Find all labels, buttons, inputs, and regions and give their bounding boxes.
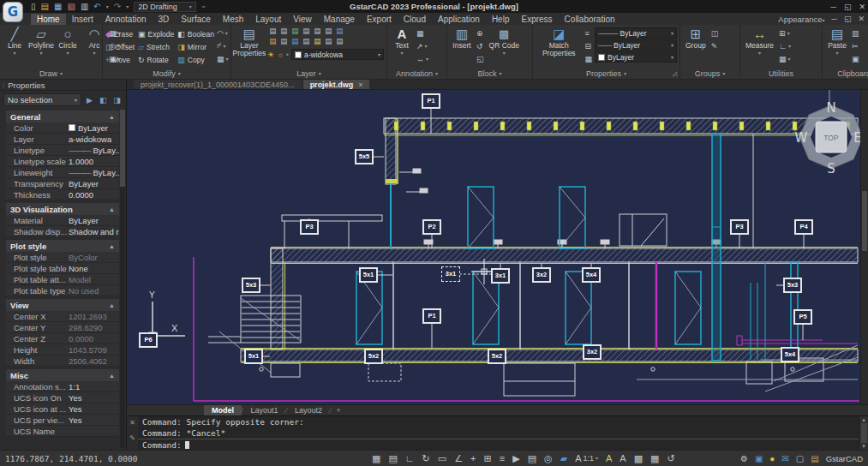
property-value[interactable]: ———ByLay... [69,146,119,155]
mirror-button[interactable]: ◨Mirror [177,40,214,53]
stretch-button[interactable]: ▱Stretch [138,40,174,53]
annotation-scale-control[interactable]: A1:1▾ [575,454,598,463]
palette-title-bar[interactable]: ⁞Properties [0,80,126,91]
folder-icon[interactable]: ▤ [811,454,818,463]
snap-icon[interactable]: ▦ [372,454,380,463]
property-value[interactable]: 2506.4062 [69,356,119,366]
settings-gear-icon[interactable]: ⚙ [740,454,748,463]
layer-tool-icon[interactable]: ▤ [290,37,301,47]
property-row-layer[interactable]: Layera-widokowa [6,134,119,145]
command-edit-icon[interactable]: ✎ [129,434,135,442]
menu-application[interactable]: Application [432,14,486,25]
color-combo[interactable]: ByLayer▾ [595,51,677,63]
dots-grid-icon[interactable]: ▩ [634,454,643,463]
undo-icon[interactable]: ↶ [93,3,100,11]
dimension-button[interactable]: ↔▾ [416,53,428,64]
move-button[interactable]: +Move [105,53,135,66]
layer-stack-icon[interactable]: ▤ [528,454,536,463]
save-icon[interactable]: ▦ [54,3,62,11]
select-objects-icon[interactable]: ◧ [98,94,109,105]
property-value[interactable]: ByLayer [69,179,119,188]
layer-lock-icon[interactable]: ▪ [286,51,289,58]
layer-freeze-sun-icon[interactable]: ☼ [277,51,284,59]
color-tools-icon[interactable]: ▦ [584,53,592,64]
scroll-down-icon[interactable]: ▼ [861,444,866,449]
palette-scrollbar[interactable] [120,110,125,448]
property-value[interactable]: Shadow and r... [69,227,119,236]
chevron-down-icon[interactable]: ▾ [93,50,95,56]
property-row-center-y[interactable]: Center Y298.6290 [6,322,119,333]
quick-select-icon[interactable]: ◨ [111,94,123,105]
chevron-down-icon[interactable]: ▾ [503,50,506,56]
command-input[interactable]: Command: [138,439,859,451]
chat-icon[interactable]: ✉ [781,454,788,463]
chevron-down-icon[interactable]: ▾ [13,50,15,56]
drawing-vertical-scrollbar[interactable] [860,90,868,404]
palette-section-misc[interactable]: Misc▲ [6,369,119,381]
table-button[interactable]: ▦ [416,27,428,39]
menu-manage[interactable]: Manage [318,14,361,25]
plan-tag-5x5[interactable]: 5x5 [355,149,374,164]
property-row-ucs-per-vie[interactable]: UCS per vie...Yes [6,415,119,426]
match-properties-button[interactable]: ◪Match Properties [536,26,582,68]
panel-label-layer[interactable]: Layer▾ [231,68,386,79]
layer-properties-button[interactable]: ▤Layer Properties [234,26,265,68]
fillet-button[interactable]: ◠▾ [217,27,229,39]
property-value[interactable]: 1201.2693 [69,312,119,321]
property-row-shadow-disp[interactable]: Shadow disp...Shadow and r... [6,226,119,237]
save-as-icon[interactable]: ▧ [67,3,75,11]
grid-icon[interactable]: ▤ [388,454,397,463]
table-grid-icon[interactable]: ▦ [650,454,659,463]
layer-tool-icon[interactable]: ▤ [334,37,345,47]
quick-zoom-icon[interactable]: ◎ [544,454,553,463]
property-row-plot-table-type[interactable]: Plot table typeNo used [6,285,119,296]
doc-tab-projekt-dwg[interactable]: projekt.dwg× [303,80,370,89]
layer-tool-icon[interactable]: ▤ [267,27,278,37]
workspace-panel-icon[interactable]: ▰ [560,454,567,463]
property-row-height[interactable]: Height1043.5709 [6,344,119,355]
compass-west[interactable]: W [795,130,808,146]
menu-3d[interactable]: 3D [153,14,176,25]
plan-tag-p1[interactable]: P1 [422,93,440,109]
property-value[interactable]: a-widokowa [69,134,119,144]
close-tab-icon[interactable]: × [358,81,362,89]
chevron-down-icon[interactable]: ▾ [400,50,403,56]
menu-layout[interactable]: Layout [249,14,287,25]
layer-tool-icon[interactable]: ▤ [278,27,290,37]
lineweight-combo[interactable]: ——ByLayer▾ [595,39,677,51]
layer-tool-icon[interactable]: ▤ [267,37,278,47]
command-close-icon[interactable]: ✕ [129,419,135,427]
layer-tool-icon[interactable]: ▤ [301,37,312,47]
plan-tag-5x2[interactable]: 5x2 [488,349,506,364]
redo-icon[interactable]: ↷ [114,3,121,11]
property-value[interactable]: Yes [69,393,119,403]
property-row-width[interactable]: Width2506.4062 [6,355,119,367]
circle-button[interactable]: ○Circle▾ [56,26,80,68]
property-row-material[interactable]: MaterialByLayer [6,215,119,226]
property-value[interactable]: ———ByLay... [69,168,119,177]
collapse-arrow-icon[interactable]: ▲ [109,114,115,120]
menu-express[interactable]: Express [515,14,558,25]
group-button[interactable]: ⊞Group [683,26,709,68]
object-snap-icon[interactable]: ▭ [438,454,446,463]
lineweight-icon[interactable]: ≡ [500,454,505,463]
chevron-down-icon[interactable]: ▾ [66,50,69,56]
layer-tool-icon[interactable]: ▤ [312,27,323,37]
plan-tag-p4[interactable]: P4 [794,219,813,235]
measure-button[interactable]: ↔Measure▾ [743,26,776,68]
dynamic-ucs-icon[interactable]: + [470,454,476,463]
plan-tag-p3[interactable]: P3 [730,219,749,235]
brand-label[interactable]: GstarCAD [826,454,863,463]
workspace-combo[interactable]: 2D Drafting ▾ [134,2,196,12]
clean-screen-icon[interactable]: ↺ [667,454,675,463]
property-value[interactable]: 0.0000 [69,334,119,344]
plan-tag-5x3[interactable]: 5x3 [783,278,802,293]
property-value[interactable]: ByLayer [69,123,119,133]
offset-button[interactable]: ◫Offset [105,40,135,53]
gstarcad-logo[interactable]: G [3,2,23,22]
collapse-arrow-icon[interactable]: ▲ [109,302,115,308]
tab-layout1[interactable]: Layout1 [243,405,286,416]
layer-tool-icon[interactable]: ▤ [312,37,323,47]
qr-code-button[interactable]: ▩QR Code▾ [487,26,522,68]
plan-tag-3x1[interactable]: 3x1 [491,268,510,284]
